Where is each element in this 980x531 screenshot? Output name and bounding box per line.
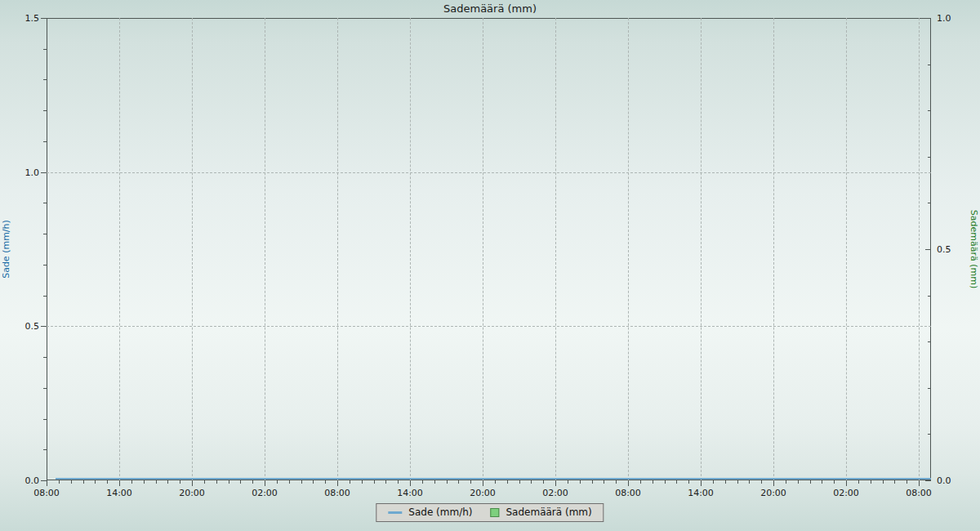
x-axis-minor-tick xyxy=(229,480,229,484)
legend-item-sademaara: Sademäärä (mm) xyxy=(490,507,591,518)
x-axis-major-tick xyxy=(265,480,265,486)
x-axis-minor-tick xyxy=(713,480,714,484)
x-axis-minor-tick xyxy=(810,480,811,484)
x-gridline xyxy=(410,18,411,480)
x-axis-minor-tick xyxy=(156,480,157,484)
right-axis-minor-tick xyxy=(928,434,931,435)
x-axis-minor-tick xyxy=(325,480,326,484)
x-axis-minor-tick xyxy=(144,480,145,484)
left-axis-major-tick xyxy=(41,18,47,19)
left-axis-major-tick xyxy=(41,326,47,327)
square-marker-icon xyxy=(490,508,499,517)
line-marker-icon xyxy=(388,511,402,514)
x-axis-tick-label: 14:00 xyxy=(101,488,137,498)
right-axis-minor-tick xyxy=(928,110,931,111)
x-axis-minor-tick xyxy=(277,480,278,484)
x-gridline xyxy=(701,18,702,480)
x-axis-minor-tick xyxy=(871,480,871,484)
x-axis-minor-tick xyxy=(362,480,363,484)
x-axis-minor-tick xyxy=(519,480,520,484)
x-axis-major-tick xyxy=(628,480,629,486)
left-axis-tick-label: 0.0 xyxy=(7,475,39,486)
x-axis-minor-tick xyxy=(131,480,132,484)
x-axis-major-tick xyxy=(410,480,411,486)
left-axis-major-tick xyxy=(41,172,47,173)
x-axis-major-tick xyxy=(337,480,338,486)
x-axis-minor-tick xyxy=(604,480,604,484)
x-axis-major-tick xyxy=(701,480,702,486)
series-sade-line xyxy=(56,478,931,480)
x-axis-minor-tick xyxy=(447,480,448,484)
right-axis-minor-tick xyxy=(928,341,931,342)
x-axis-major-tick xyxy=(47,480,47,486)
x-axis-minor-tick xyxy=(495,480,496,484)
x-axis-tick-label: 02:00 xyxy=(247,488,283,498)
right-axis-tick-label: 0.5 xyxy=(937,244,969,255)
right-axis-major-tick xyxy=(925,480,931,481)
left-axis-minor-tick xyxy=(43,296,47,297)
x-axis-minor-tick xyxy=(676,480,677,484)
x-axis-minor-tick xyxy=(834,480,835,484)
x-axis-minor-tick xyxy=(592,480,593,484)
left-axis-minor-tick xyxy=(43,265,47,266)
x-axis-major-tick xyxy=(555,480,556,486)
right-axis-minor-tick xyxy=(928,157,931,158)
x-axis-minor-tick xyxy=(798,480,799,484)
left-axis-tick-label: 1.0 xyxy=(7,167,39,178)
x-axis-minor-tick xyxy=(180,480,180,484)
x-axis-major-tick xyxy=(846,480,847,486)
x-axis-minor-tick xyxy=(858,480,859,484)
x-axis-minor-tick xyxy=(822,480,822,484)
x-gridline xyxy=(265,18,265,480)
x-axis-major-tick xyxy=(773,480,774,486)
x-axis-minor-tick xyxy=(580,480,581,484)
left-axis-minor-tick xyxy=(43,110,47,111)
x-axis-minor-tick xyxy=(568,480,568,484)
x-axis-minor-tick xyxy=(616,480,617,484)
x-axis-tick-label: 08:00 xyxy=(29,488,65,498)
x-axis-minor-tick xyxy=(385,480,386,484)
x-axis-minor-tick xyxy=(543,480,544,484)
left-axis-minor-tick xyxy=(43,388,47,389)
left-axis-tick-label: 1.5 xyxy=(7,13,39,24)
right-axis-minor-tick xyxy=(928,296,931,297)
chart-figure: Sademäärä (mm) 08:0014:0020:0002:0008:00… xyxy=(0,0,980,531)
x-axis-major-tick xyxy=(119,480,120,486)
x-axis-minor-tick xyxy=(204,480,205,484)
x-axis-tick-label: 02:00 xyxy=(537,488,573,498)
y-gridline xyxy=(47,326,931,327)
x-axis-minor-tick xyxy=(301,480,302,484)
x-axis-tick-label: 08:00 xyxy=(319,488,355,498)
x-axis-minor-tick xyxy=(470,480,471,484)
right-axis-minor-tick xyxy=(928,203,931,203)
left-axis-minor-tick xyxy=(43,419,47,420)
x-axis-minor-tick xyxy=(786,480,786,484)
x-axis-minor-tick xyxy=(107,480,108,484)
right-axis-tick-label: 1.0 xyxy=(937,13,969,24)
right-axis-minor-tick xyxy=(928,65,931,65)
x-axis-minor-tick xyxy=(640,480,641,484)
legend-item-sade: Sade (mm/h) xyxy=(388,507,472,518)
x-axis-minor-tick xyxy=(665,480,666,484)
left-axis-minor-tick xyxy=(43,49,47,50)
right-axis-major-tick xyxy=(925,18,931,19)
x-gridline xyxy=(119,18,120,480)
x-axis-minor-tick xyxy=(350,480,350,484)
left-axis-major-tick xyxy=(41,480,47,481)
legend: Sade (mm/h) Sademäärä (mm) xyxy=(376,503,604,522)
left-axis-minor-tick xyxy=(43,357,47,358)
x-axis-minor-tick xyxy=(289,480,290,484)
x-gridline xyxy=(846,18,847,480)
y-gridline xyxy=(47,172,931,173)
x-axis-minor-tick xyxy=(374,480,375,484)
x-axis-minor-tick xyxy=(507,480,508,484)
x-axis-minor-tick xyxy=(458,480,459,484)
x-axis-minor-tick xyxy=(71,480,72,484)
x-axis-tick-label: 14:00 xyxy=(392,488,428,498)
right-axis-major-tick xyxy=(925,249,931,250)
right-axis-minor-tick xyxy=(928,388,931,389)
x-gridline xyxy=(192,18,193,480)
x-axis-major-tick xyxy=(919,480,920,486)
x-axis-minor-tick xyxy=(761,480,762,484)
x-axis-minor-tick xyxy=(725,480,726,484)
